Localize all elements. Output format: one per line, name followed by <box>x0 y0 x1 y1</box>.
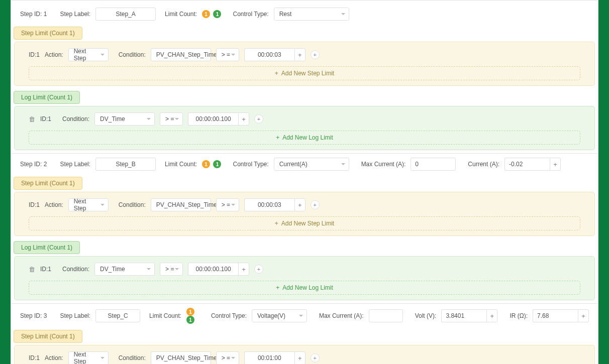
step-id-label: Step ID: 3 <box>20 312 47 319</box>
increment-button[interactable]: + <box>294 351 306 364</box>
text-value: Step_B <box>116 161 135 168</box>
add-row-icon[interactable]: + <box>254 114 263 124</box>
field-label: Max Current (A): <box>361 161 406 168</box>
condition-label: Condition: <box>62 266 89 273</box>
select[interactable]: > = <box>160 263 183 276</box>
step-label-label: Step Label: <box>60 11 90 18</box>
increment-button[interactable]: + <box>238 112 249 126</box>
step-header: Step ID: 2 Step Label: Step_B Limit Coun… <box>11 154 598 175</box>
select[interactable]: Next Step <box>68 351 109 364</box>
text-input[interactable]: Step_B <box>95 158 156 171</box>
condition-label: Condition: <box>119 354 146 361</box>
step-label-label: Step Label: <box>60 161 90 168</box>
select-value: PV_CHAN_Step_Time <box>156 51 217 58</box>
log-limit-badge: 1 <box>213 10 221 18</box>
step-block: Step ID: 1 Step Label: Step_A Limit Coun… <box>11 4 598 154</box>
step-limit-tab[interactable]: Step Limit (Count 1) <box>14 330 82 343</box>
step-limit-panel: ID:1 Action: Next Step Condition: PV_CHA… <box>14 345 595 364</box>
log-limit-tab[interactable]: Log Limit (Count 1) <box>14 241 80 254</box>
control-type-label: Control Type: <box>233 161 268 168</box>
add-log-limit-button[interactable]: +Add New Log Limit <box>29 131 580 145</box>
add-log-limit-button[interactable]: +Add New Log Limit <box>29 281 580 295</box>
select[interactable]: > = <box>216 48 239 61</box>
select[interactable]: Current(A) <box>274 158 349 171</box>
log-limit-panel: 🗑 ID:1 Condition: DV_Time > = 00:00:00.1… <box>14 256 595 300</box>
select[interactable]: DV_Time <box>94 112 155 126</box>
step-id-label: Step ID: 1 <box>20 11 47 18</box>
add-row-icon[interactable]: + <box>254 265 263 274</box>
text-input[interactable]: 0 <box>411 158 456 171</box>
increment-button[interactable]: + <box>550 158 561 171</box>
select[interactable]: Next Step <box>68 198 109 211</box>
condition-label: Condition: <box>119 201 146 208</box>
add-row-icon[interactable]: + <box>311 353 320 362</box>
limit-count-label: Limit Count: <box>149 312 181 319</box>
plus-icon: + <box>276 134 279 141</box>
number-input[interactable]: 00:00:00.100 + <box>188 112 249 126</box>
plus-icon: + <box>276 284 279 291</box>
number-input[interactable]: -0.02 + <box>504 158 561 171</box>
step-limit-panel: ID:1 Action: Next Step Condition: PV_CHA… <box>14 42 595 86</box>
add-row-icon[interactable]: + <box>311 50 320 59</box>
select[interactable]: DV_Time <box>94 263 155 276</box>
limit-count-label: Limit Count: <box>165 161 197 168</box>
test-steps-editor: Step ID: 1 Step Label: Step_A Limit Coun… <box>11 0 598 364</box>
step-label-label: Step Label: <box>60 312 90 319</box>
select-value: Next Step <box>74 198 100 212</box>
log-limit-tab[interactable]: Log Limit (Count 1) <box>14 91 80 104</box>
select[interactable]: Rest <box>274 8 349 21</box>
row-id: ID:1 <box>29 354 40 361</box>
field-label: IR (Ω): <box>510 312 528 319</box>
step-limit-panel: ID:1 Action: Next Step Condition: PV_CHA… <box>14 192 595 236</box>
select-value: > = <box>222 201 230 208</box>
text-value: 0 <box>415 161 419 168</box>
select[interactable]: Next Step <box>68 48 109 61</box>
select-value: Next Step <box>74 351 100 364</box>
increment-button[interactable]: + <box>294 48 306 61</box>
plus-icon: + <box>275 70 278 77</box>
select[interactable]: PV_CHAN_Step_Time <box>151 198 211 211</box>
select[interactable]: > = <box>160 112 183 126</box>
action-label: Action: <box>45 201 63 208</box>
step-limit-tab[interactable]: Step Limit (Count 1) <box>14 27 82 40</box>
log-limit-row: 🗑 ID:1 Condition: DV_Time > = 00:00:00.1… <box>20 110 589 128</box>
text-input[interactable]: Step_A <box>95 8 156 21</box>
log-limit-badge: 1 <box>186 316 194 324</box>
select[interactable]: PV_CHAN_Step_Time <box>151 351 211 364</box>
step-limit-badge: 1 <box>202 160 210 168</box>
select-value: > = <box>222 51 230 58</box>
increment-button[interactable]: + <box>578 309 589 322</box>
add-step-limit-button[interactable]: +Add New Step Limit <box>29 216 580 230</box>
select-value: PV_CHAN_Step_Time <box>156 354 217 361</box>
add-step-limit-button[interactable]: +Add New Step Limit <box>29 66 580 80</box>
number-input[interactable]: 00:00:00.100 + <box>188 263 249 276</box>
number-input[interactable]: 00:00:03 + <box>244 198 306 211</box>
step-block: Step ID: 2 Step Label: Step_B Limit Coun… <box>11 154 598 304</box>
row-id: ID:1 <box>29 51 40 58</box>
number-input[interactable]: 00:01:00 + <box>244 351 306 364</box>
trash-icon[interactable]: 🗑 <box>29 115 35 123</box>
select[interactable]: > = <box>216 351 239 364</box>
step-limit-row: ID:1 Action: Next Step Condition: PV_CHA… <box>20 349 589 364</box>
trash-icon[interactable]: 🗑 <box>29 266 35 273</box>
select[interactable]: Voltage(V) <box>252 309 307 322</box>
select[interactable]: PV_CHAN_Step_Time <box>151 48 211 61</box>
limit-count-label: Limit Count: <box>165 11 197 18</box>
number-input[interactable]: 7.68 + <box>533 309 589 322</box>
increment-button[interactable]: + <box>238 263 249 276</box>
increment-button[interactable]: + <box>486 309 497 322</box>
select-value: DV_Time <box>100 115 125 123</box>
add-row-icon[interactable]: + <box>311 200 320 209</box>
text-input[interactable]: Step_C <box>95 309 140 322</box>
action-label: Action: <box>45 51 63 58</box>
text-input[interactable] <box>369 309 403 322</box>
increment-button[interactable]: + <box>294 198 306 211</box>
step-header: Step ID: 1 Step Label: Step_A Limit Coun… <box>11 4 598 25</box>
select-value: Next Step <box>74 48 100 62</box>
number-input[interactable]: 00:00:03 + <box>244 48 306 61</box>
step-limit-row: ID:1 Action: Next Step Condition: PV_CHA… <box>20 196 589 213</box>
number-input[interactable]: 3.8401 + <box>441 309 497 322</box>
select[interactable]: > = <box>216 198 239 211</box>
condition-label: Condition: <box>119 51 146 58</box>
step-limit-tab[interactable]: Step Limit (Count 1) <box>14 177 82 190</box>
